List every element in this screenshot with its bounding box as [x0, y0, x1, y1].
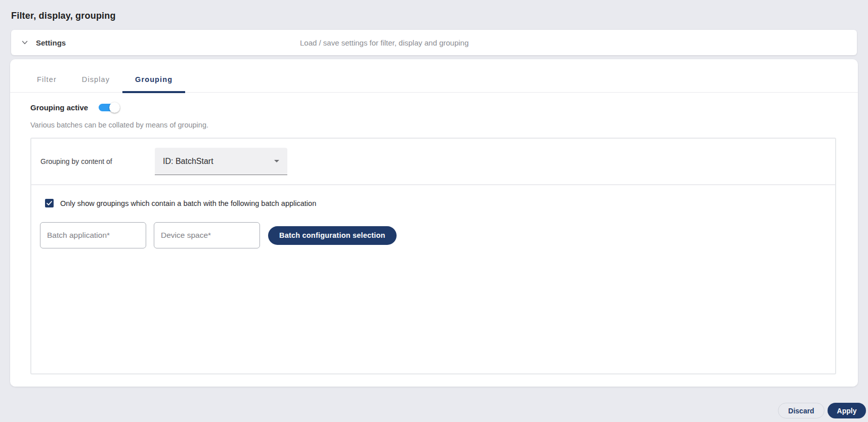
- tab-grouping[interactable]: Grouping: [122, 66, 185, 93]
- batch-filter-fields-row: Batch configuration selection: [40, 222, 835, 248]
- tab-display[interactable]: Display: [69, 66, 122, 93]
- caret-down-icon: [274, 160, 279, 162]
- batch-filter-checkbox-row: Only show groupings which contain a batc…: [45, 199, 835, 207]
- settings-panel-description: Load / save settings for filter, display…: [300, 38, 469, 47]
- tab-filter[interactable]: Filter: [24, 66, 69, 93]
- group-by-selected-value: ID: BatchStart: [163, 157, 274, 166]
- filter-display-grouping-card: Filter Display Grouping Grouping active …: [10, 59, 858, 387]
- group-by-select[interactable]: ID: BatchStart: [155, 148, 287, 175]
- grouping-active-row: Grouping active: [30, 102, 836, 113]
- toggle-thumb: [109, 102, 120, 113]
- checkmark-icon: [46, 200, 53, 206]
- device-space-input[interactable]: [154, 222, 260, 248]
- grouping-hint-text: Various batches can be collated by means…: [30, 121, 836, 129]
- grouping-active-label: Grouping active: [30, 103, 88, 112]
- group-by-row: Grouping by content of ID: BatchStart: [31, 139, 835, 185]
- batch-application-input[interactable]: [40, 222, 146, 248]
- tab-bar: Filter Display Grouping: [10, 59, 858, 93]
- discard-button[interactable]: Discard: [778, 403, 824, 418]
- apply-button[interactable]: Apply: [828, 403, 866, 418]
- settings-panel-title: Settings: [36, 38, 66, 47]
- chevron-down-icon[interactable]: [21, 39, 28, 46]
- batch-configuration-selection-button[interactable]: Batch configuration selection: [268, 226, 397, 245]
- page-title: Filter, display, grouping: [0, 0, 868, 21]
- footer-action-bar: Discard Apply: [0, 403, 868, 418]
- group-by-label: Grouping by content of: [40, 157, 155, 165]
- batch-filter-checkbox-label: Only show groupings which contain a batc…: [60, 199, 316, 207]
- settings-expansion-header[interactable]: Settings Load / save settings for filter…: [11, 30, 857, 55]
- grouping-settings-panel: Grouping by content of ID: BatchStart On…: [30, 138, 836, 374]
- batch-filter-checkbox[interactable]: [45, 199, 54, 207]
- batch-filter-section: Only show groupings which contain a batc…: [31, 185, 835, 248]
- grouping-active-toggle[interactable]: [99, 102, 120, 113]
- grouping-tab-content: Grouping active Various batches can be c…: [10, 102, 858, 374]
